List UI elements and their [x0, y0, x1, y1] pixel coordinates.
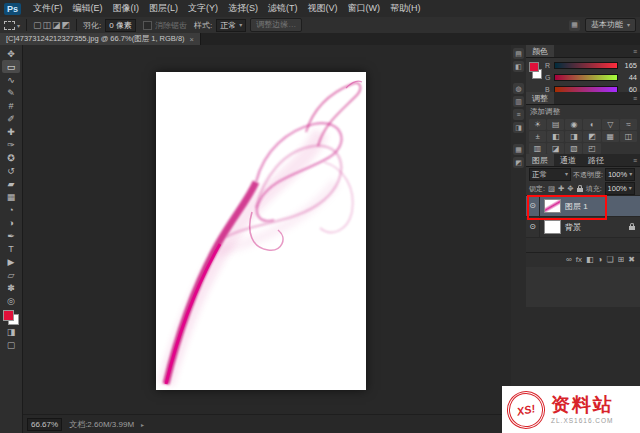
lock-position-icon[interactable]: ✥ — [567, 184, 573, 193]
adj-exposure-icon[interactable]: ◐ — [583, 119, 600, 130]
link-layers-icon[interactable]: ∞ — [566, 253, 572, 267]
gradient-tool[interactable]: ▦ — [2, 190, 20, 203]
menu-help[interactable]: 帮助(H) — [385, 2, 426, 15]
screen-mode-button[interactable]: ▢ — [2, 338, 20, 351]
collapsed-panel-paragraph-icon[interactable]: ≡ — [513, 109, 524, 120]
tab-paths[interactable]: 路径 — [582, 154, 610, 166]
collapsed-panel-properties-icon[interactable]: ◧ — [513, 61, 524, 72]
collapsed-panel-character-icon[interactable]: ▥ — [513, 96, 524, 107]
quick-mask-button[interactable]: ◨ — [2, 325, 20, 338]
tab-channels[interactable]: 通道 — [554, 154, 582, 166]
menu-file[interactable]: 文件(F) — [28, 2, 68, 15]
red-value[interactable]: 165 — [621, 61, 637, 70]
history-brush-tool[interactable]: ↺ — [2, 164, 20, 177]
adjustment-layer-icon[interactable]: ◑ — [598, 253, 603, 267]
adj-threshold-icon[interactable]: ◪ — [547, 143, 564, 154]
hand-tool[interactable]: ✽ — [2, 281, 20, 294]
new-layer-icon[interactable]: ⊞ — [618, 253, 625, 267]
opacity-input[interactable]: 100% ▾ — [605, 168, 635, 181]
type-tool[interactable]: T — [2, 242, 20, 255]
adj-gradient-map-icon[interactable]: ▧ — [565, 143, 582, 154]
brush-tool[interactable]: ✑ — [2, 138, 20, 151]
panel-menu-icon[interactable]: ≡ — [633, 92, 640, 104]
adj-photo-filter-icon[interactable]: ◨ — [565, 131, 582, 142]
intersect-selection-icon[interactable]: ◩ — [62, 20, 71, 30]
panel-menu-icon[interactable]: ≡ — [633, 45, 640, 57]
layer-row-background[interactable]: ⊙ 背景 — [526, 217, 640, 238]
visibility-eye-icon[interactable]: ⊙ — [526, 217, 540, 237]
adj-black-white-icon[interactable]: ◧ — [547, 131, 564, 142]
adj-curves-icon[interactable]: ◉ — [565, 119, 582, 130]
tab-layers[interactable]: 图层 — [526, 154, 554, 166]
lock-transparent-pixels-icon[interactable]: ▨ — [548, 184, 555, 193]
layer-name[interactable]: 图层 1 — [565, 201, 588, 212]
adj-selective-color-icon[interactable]: ◰ — [583, 143, 600, 154]
adj-levels-icon[interactable]: ▤ — [547, 119, 564, 130]
layer-group-icon[interactable]: ❏ — [606, 253, 613, 267]
menu-type[interactable]: 文字(Y) — [183, 2, 223, 15]
collapsed-panel-history-icon[interactable]: ▤ — [513, 48, 524, 59]
crop-tool[interactable]: # — [2, 99, 20, 112]
dodge-tool[interactable]: ◑ — [2, 216, 20, 229]
tab-color[interactable]: 颜色 — [526, 45, 554, 57]
collapsed-panel-notes-icon[interactable]: ◩ — [513, 157, 524, 168]
add-selection-icon[interactable]: ◫ — [43, 20, 52, 30]
adj-hue-saturation-icon[interactable]: ≈ — [620, 119, 637, 130]
rectangular-marquee-tool[interactable]: ▭ — [2, 60, 20, 73]
visibility-eye-icon[interactable]: ⊙ — [526, 196, 540, 216]
tool-preset-picker[interactable]: ▾ — [4, 21, 20, 30]
zoom-tool[interactable]: ◎ — [2, 294, 20, 307]
adj-vibrance-icon[interactable]: ▽ — [602, 119, 619, 130]
view-extras-icon[interactable]: ▦ — [569, 20, 580, 31]
document-tab[interactable]: [C]47373124212327355.jpg @ 66.7%(图层 1, R… — [0, 33, 201, 45]
healing-brush-tool[interactable]: ✚ — [2, 125, 20, 138]
adj-color-balance-icon[interactable]: ± — [529, 131, 546, 142]
status-flyout-icon[interactable]: ▸ — [141, 421, 144, 428]
layer-thumbnail[interactable] — [544, 220, 561, 234]
refine-edge-button[interactable]: 调整边缘… — [250, 18, 302, 32]
zoom-level-input[interactable]: 66.67% — [27, 418, 62, 431]
collapsed-panel-navigator-icon[interactable]: ◨ — [513, 122, 524, 133]
tab-adjustments[interactable]: 调整 — [526, 92, 554, 104]
eraser-tool[interactable]: ▰ — [2, 177, 20, 190]
pen-tool[interactable]: ✒ — [2, 229, 20, 242]
green-value[interactable]: 44 — [621, 73, 637, 82]
blur-tool[interactable]: ◔ — [2, 203, 20, 216]
delete-layer-icon[interactable]: ✖ — [628, 253, 635, 267]
foreground-color-swatch[interactable] — [3, 310, 14, 321]
menu-image[interactable]: 图像(I) — [108, 2, 145, 15]
quick-selection-tool[interactable]: ✎ — [2, 86, 20, 99]
foreground-color-swatch[interactable] — [529, 62, 539, 72]
color-panel-swatches[interactable] — [529, 61, 542, 79]
document-image[interactable] — [156, 72, 366, 390]
lock-image-pixels-icon[interactable]: ✚ — [558, 184, 564, 193]
adj-posterize-icon[interactable]: ▥ — [529, 143, 546, 154]
lasso-tool[interactable]: ∿ — [2, 73, 20, 86]
menu-select[interactable]: 选择(S) — [223, 2, 263, 15]
layer-mask-icon[interactable]: ◧ — [586, 253, 594, 267]
menu-filter[interactable]: 滤镜(T) — [263, 2, 303, 15]
canvas-area[interactable] — [23, 45, 511, 415]
menu-edit[interactable]: 编辑(E) — [68, 2, 108, 15]
path-selection-tool[interactable]: ▶ — [2, 255, 20, 268]
workspace-switcher[interactable]: 基本功能 ▾ — [585, 18, 636, 32]
collapsed-panel-info-icon[interactable]: ◍ — [513, 83, 524, 94]
subtract-selection-icon[interactable]: ◪ — [52, 20, 61, 30]
panel-menu-icon[interactable]: ≡ — [633, 154, 640, 166]
layer-row-layer1[interactable]: ⊙ 图层 1 — [526, 196, 640, 217]
antialias-checkbox[interactable]: 消除锯齿 — [140, 20, 190, 31]
shape-tool[interactable]: ▱ — [2, 268, 20, 281]
move-tool[interactable]: ✥ — [2, 47, 20, 60]
red-slider[interactable] — [554, 62, 618, 69]
green-slider[interactable] — [554, 74, 618, 81]
menu-window[interactable]: 窗口(W) — [343, 2, 386, 15]
eyedropper-tool[interactable]: ✐ — [2, 112, 20, 125]
adj-color-lookup-icon[interactable]: ▦ — [602, 131, 619, 142]
blend-mode-select[interactable]: 正常 ▾ — [529, 168, 571, 181]
color-swatches[interactable] — [3, 310, 19, 325]
new-selection-icon[interactable]: ▢ — [33, 20, 42, 30]
feather-input[interactable]: 0 像素 — [105, 19, 136, 32]
layer-thumbnail[interactable] — [544, 199, 561, 213]
menu-view[interactable]: 视图(V) — [303, 2, 343, 15]
layer-effects-icon[interactable]: fx — [576, 253, 582, 267]
